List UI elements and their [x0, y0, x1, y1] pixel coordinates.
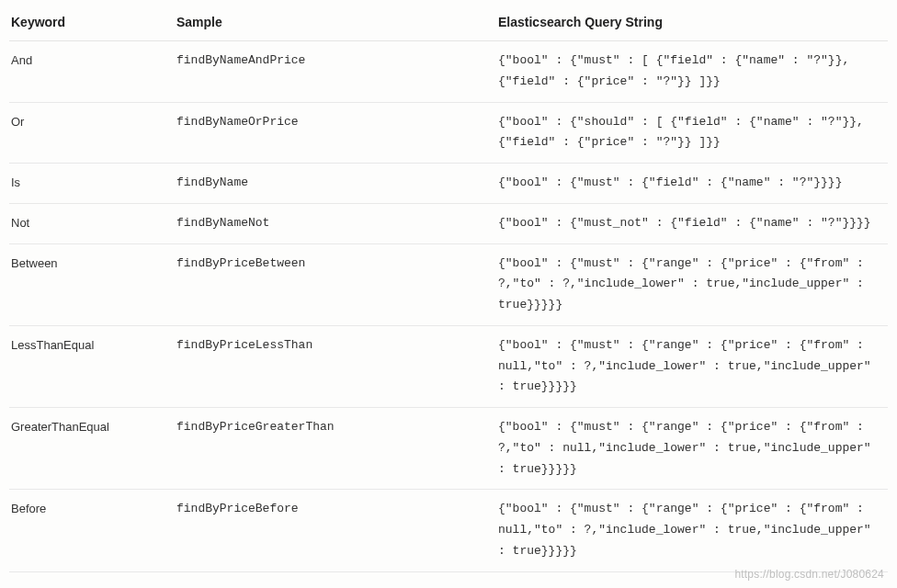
table-container: Keyword Sample Elasticsearch Query Strin… — [0, 0, 897, 582]
table-row: GreaterThanEqual findByPriceGreaterThan … — [9, 408, 888, 490]
header-query: Elasticsearch Query String — [496, 9, 888, 41]
cell-keyword: Before — [9, 490, 175, 571]
cell-keyword: Not — [9, 203, 175, 243]
header-sample: Sample — [175, 9, 496, 41]
derived-queries-table: Keyword Sample Elasticsearch Query Strin… — [9, 9, 888, 572]
cell-query: {"bool" : {"must" : [ {"field" : {"name"… — [496, 41, 888, 103]
cell-keyword: GreaterThanEqual — [9, 408, 175, 490]
cell-sample: findByNameAndPrice — [175, 41, 496, 103]
cell-sample: findByPriceLessThan — [175, 325, 496, 407]
cell-keyword: LessThanEqual — [9, 325, 175, 407]
table-row: Not findByNameNot {"bool" : {"must_not" … — [9, 203, 888, 243]
cell-sample: findByNameOrPrice — [175, 102, 496, 164]
cell-query: {"bool" : {"should" : [ {"field" : {"nam… — [496, 102, 888, 164]
table-row: Between findByPriceBetween {"bool" : {"m… — [9, 243, 888, 325]
cell-query: {"bool" : {"must" : {"range" : {"price" … — [496, 325, 888, 407]
table-row: Or findByNameOrPrice {"bool" : {"should"… — [9, 102, 888, 164]
cell-keyword: Is — [9, 164, 175, 204]
cell-sample: findByPriceBetween — [175, 243, 496, 325]
cell-query: {"bool" : {"must" : {"range" : {"price" … — [496, 490, 888, 571]
cell-query: {"bool" : {"must" : {"range" : {"price" … — [496, 243, 888, 325]
cell-query: {"bool" : {"must" : {"range" : {"price" … — [496, 408, 888, 490]
cell-sample: findByPriceBefore — [175, 490, 496, 571]
header-keyword: Keyword — [9, 9, 175, 41]
table-row: Is findByName {"bool" : {"must" : {"fiel… — [9, 164, 888, 204]
table-header-row: Keyword Sample Elasticsearch Query Strin… — [9, 9, 888, 41]
cell-keyword: And — [9, 41, 175, 103]
cell-keyword: Or — [9, 102, 175, 164]
cell-sample: findByName — [175, 164, 496, 204]
table-row: And findByNameAndPrice {"bool" : {"must"… — [9, 41, 888, 103]
cell-keyword: Between — [9, 243, 175, 325]
cell-sample: findByNameNot — [175, 203, 496, 243]
cell-query: {"bool" : {"must" : {"field" : {"name" :… — [496, 164, 888, 204]
cell-query: {"bool" : {"must_not" : {"field" : {"nam… — [496, 203, 888, 243]
table-row: Before findByPriceBefore {"bool" : {"mus… — [9, 490, 888, 571]
cell-sample: findByPriceGreaterThan — [175, 408, 496, 490]
table-row: LessThanEqual findByPriceLessThan {"bool… — [9, 325, 888, 407]
